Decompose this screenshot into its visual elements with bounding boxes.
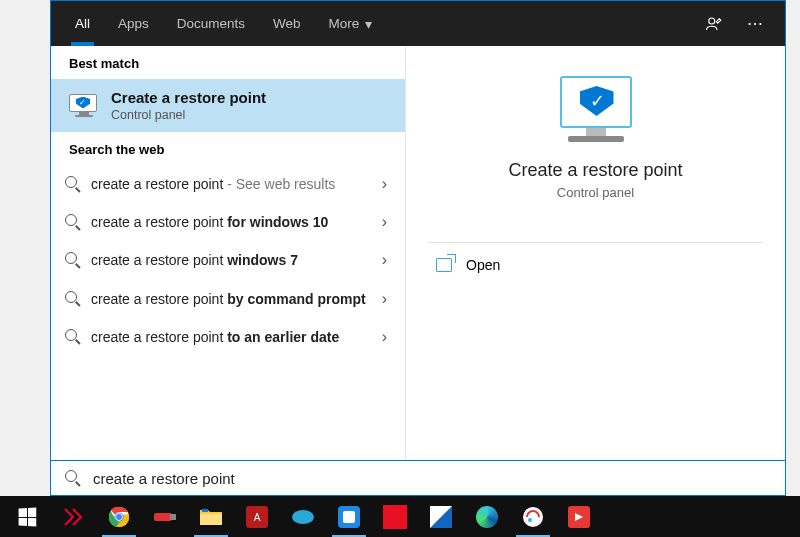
taskbar-app[interactable]: A [234, 496, 280, 537]
chevron-right-icon: › [378, 328, 391, 346]
tab-apps[interactable]: Apps [104, 1, 163, 46]
tab-more[interactable]: More ▾ [315, 1, 387, 46]
edge-icon [473, 505, 501, 529]
web-result[interactable]: create a restore point for windows 10 › [51, 203, 405, 241]
detail-subtitle: Control panel [557, 185, 634, 200]
taskbar-edge[interactable] [464, 496, 510, 537]
taskbar-app[interactable] [510, 496, 556, 537]
chrome-icon [105, 505, 133, 529]
web-result[interactable]: create a restore point to an earlier dat… [51, 318, 405, 356]
web-result-text: create a restore point windows 7 [91, 251, 368, 269]
taskbar-app[interactable] [372, 496, 418, 537]
taskbar-chrome[interactable] [96, 496, 142, 537]
svg-rect-8 [202, 509, 208, 512]
app-icon [519, 505, 547, 529]
taskbar-file-explorer[interactable] [188, 496, 234, 537]
svg-point-16 [528, 518, 532, 522]
chevron-right-icon: › [378, 175, 391, 193]
search-icon [65, 291, 81, 307]
search-box-row [51, 460, 785, 495]
svg-rect-7 [200, 514, 222, 525]
web-result[interactable]: create a restore point windows 7 › [51, 241, 405, 279]
search-icon [65, 176, 81, 192]
folder-icon [197, 505, 225, 529]
tab-web[interactable]: Web [259, 1, 315, 46]
svg-rect-6 [170, 514, 176, 520]
svg-text:A: A [254, 512, 261, 523]
best-match-result[interactable]: ✓ Create a restore point Control panel [51, 79, 405, 132]
app-icon [335, 505, 363, 529]
open-label: Open [466, 257, 500, 273]
taskbar-app[interactable] [142, 496, 188, 537]
best-match-subtitle: Control panel [111, 108, 266, 122]
results-body: Best match ✓ Create a restore point Cont… [51, 46, 785, 460]
usb-icon [151, 505, 179, 529]
app-icon [427, 505, 455, 529]
app-icon [565, 505, 593, 529]
search-icon [65, 329, 81, 345]
taskbar-app[interactable] [50, 496, 96, 537]
open-icon [436, 258, 452, 272]
search-icon [65, 214, 81, 230]
search-icon [65, 470, 81, 486]
search-icon [65, 252, 81, 268]
more-options-icon[interactable]: ⋯ [735, 1, 775, 46]
detail-title: Create a restore point [508, 160, 682, 181]
tab-documents[interactable]: Documents [163, 1, 259, 46]
web-result[interactable]: create a restore point by command prompt… [51, 280, 405, 318]
taskbar-app[interactable] [280, 496, 326, 537]
tab-all[interactable]: All [61, 1, 104, 46]
app-icon [381, 505, 409, 529]
taskbar-app[interactable] [326, 496, 372, 537]
search-results-panel: All Apps Documents Web More ▾ ⋯ Best mat… [50, 0, 786, 496]
taskbar-app[interactable] [556, 496, 602, 537]
taskbar: A [0, 496, 800, 537]
open-action[interactable]: Open [406, 243, 785, 287]
restore-point-large-icon: ✓ [560, 76, 632, 142]
restore-point-icon: ✓ [69, 94, 99, 118]
app-icon [59, 505, 87, 529]
svg-point-0 [709, 18, 715, 24]
chevron-right-icon: › [378, 213, 391, 231]
svg-rect-13 [343, 511, 355, 523]
web-result-text: create a restore point - See web results [91, 175, 368, 193]
pdf-icon: A [243, 505, 271, 529]
tab-more-label: More [329, 16, 360, 31]
search-input[interactable] [93, 470, 771, 487]
best-match-title: Create a restore point [111, 89, 266, 106]
detail-pane: ✓ Create a restore point Control panel O… [406, 46, 785, 460]
best-match-header: Best match [51, 46, 405, 79]
web-result-text: create a restore point to an earlier dat… [91, 328, 368, 346]
feedback-icon[interactable] [693, 1, 735, 46]
web-result-text: create a restore point for windows 10 [91, 213, 368, 231]
filter-tabs-bar: All Apps Documents Web More ▾ ⋯ [51, 1, 785, 46]
app-icon [289, 505, 317, 529]
chevron-right-icon: › [378, 251, 391, 269]
svg-rect-5 [154, 513, 172, 521]
svg-point-11 [292, 510, 314, 524]
svg-point-4 [116, 514, 122, 520]
web-result-text: create a restore point by command prompt [91, 290, 368, 308]
results-list-column: Best match ✓ Create a restore point Cont… [51, 46, 406, 460]
best-match-text: Create a restore point Control panel [111, 89, 266, 122]
web-result[interactable]: create a restore point - See web results… [51, 165, 405, 203]
chevron-right-icon: › [378, 290, 391, 308]
taskbar-app[interactable] [418, 496, 464, 537]
start-button[interactable] [4, 496, 50, 537]
search-web-header: Search the web [51, 132, 405, 165]
web-results-list: create a restore point - See web results… [51, 165, 405, 364]
windows-logo-icon [13, 505, 41, 529]
chevron-down-icon: ▾ [365, 16, 372, 32]
detail-hero: ✓ Create a restore point Control panel [406, 46, 785, 224]
